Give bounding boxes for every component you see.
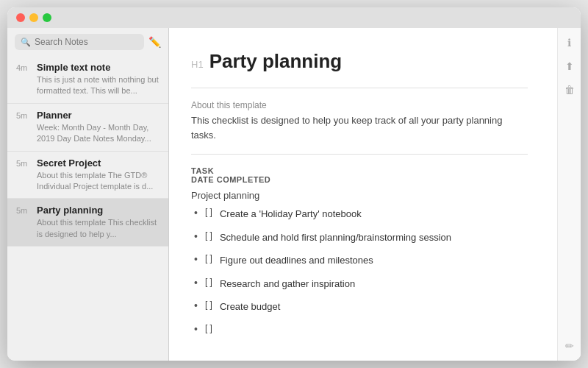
checklist-item: • [ ] Create budget [191,300,528,314]
checklist-item: • [ ] Figure out deadlines and milestone… [191,253,528,268]
content-area: H1 Party planning About this template Th… [169,28,581,361]
checklist-text: Research and gather inspiration [220,277,355,291]
divider-mid [191,154,528,155]
checkbox[interactable]: [ ] [205,277,212,287]
note-content-preview: Planner Week: Month Day - Month Day, 201… [37,110,159,145]
minimize-button[interactable] [29,13,38,22]
checkbox[interactable]: [ ] [205,253,212,263]
app-window: 🔍 ✏️ 4m Simple text note This is just a … [7,7,581,361]
note-item[interactable]: 4m Simple text note This is just a note … [7,56,168,104]
h1-label: H1 [191,59,204,70]
bullet: • [194,230,198,242]
note-preview: Week: Month Day - Month Day, 2019 Day Da… [37,122,159,145]
bullet: • [194,323,198,335]
sidebar: 🔍 ✏️ 4m Simple text note This is just a … [7,28,169,361]
bullet: • [194,300,198,311]
bullet: • [194,277,198,289]
title-bar [7,7,581,28]
search-input[interactable] [35,37,138,47]
note-title: Party planning [37,205,159,216]
note-content-preview: Simple text note This is just a note wit… [37,62,159,97]
bullet: • [194,207,198,219]
checklist-item: • [ ] [191,323,528,335]
checklist-text: Create budget [220,300,280,314]
compose-icon[interactable]: ✏️ [148,36,161,48]
date-completed-label: DATE COMPLETED [191,175,528,184]
note-item[interactable]: 5m Party planning About this template Th… [7,199,168,247]
note-preview: About this template The GTD® Individual … [37,170,159,193]
search-input-wrap[interactable]: 🔍 [15,34,144,50]
note-title: Simple text note [37,62,159,73]
checkbox[interactable]: [ ] [205,230,212,241]
checklist: • [ ] Create a 'Holiday Party' notebook … [191,207,528,335]
trash-icon[interactable]: 🗑 [564,84,575,96]
note-title: Secret Project [37,158,159,169]
bullet: • [194,253,198,265]
note-time: 5m [16,205,31,215]
checklist-item: • [ ] Schedule and hold first planning/b… [191,230,528,245]
note-editor: H1 Party planning About this template Th… [169,28,557,361]
checkbox[interactable]: [ ] [205,300,212,310]
checklist-item: • [ ] Research and gather inspiration [191,277,528,291]
checkbox[interactable]: [ ] [205,323,212,333]
info-icon[interactable]: ℹ [567,37,571,49]
pen-icon[interactable]: ✏ [565,340,574,352]
checklist-text: Create a 'Holiday Party' notebook [220,207,362,222]
checklist-item: • [ ] Create a 'Holiday Party' notebook [191,207,528,222]
note-time: 5m [16,158,31,168]
note-content-preview: Party planning About this template This … [37,205,159,240]
divider-top [191,88,528,88]
notes-list: 4m Simple text note This is just a note … [7,56,168,361]
search-icon: 🔍 [21,38,31,47]
note-time: 5m [16,110,31,120]
about-label: About this template [191,100,528,110]
about-text: This checklist is designed to help you k… [191,113,528,142]
note-item[interactable]: 5m Planner Week: Month Day - Month Day, … [7,104,168,152]
note-content-preview: Secret Project About this template The G… [37,158,159,193]
traffic-lights [16,13,51,22]
maximize-button[interactable] [43,13,51,22]
note-time: 4m [16,62,31,72]
right-toolbar: ℹ ⬆ 🗑 ✏ [557,28,581,361]
checklist-text: Figure out deadlines and milestones [220,253,373,268]
note-heading: H1 Party planning [191,50,528,73]
share-icon[interactable]: ⬆ [565,60,574,72]
task-header: TASK DATE COMPLETED [191,166,528,184]
project-planning-label: Project planning [191,190,528,201]
checklist-text: Schedule and hold first planning/brainst… [220,230,451,245]
note-preview: This is just a note with nothing but for… [37,74,159,97]
search-bar: 🔍 ✏️ [7,28,168,56]
note-item[interactable]: 5m Secret Project About this template Th… [7,152,168,199]
task-label: TASK [191,166,528,175]
note-title: Planner [37,110,159,121]
checkbox[interactable]: [ ] [205,207,212,217]
about-section: About this template This checklist is de… [191,100,528,142]
close-button[interactable] [16,13,25,22]
note-preview: About this template This checklist is de… [37,217,159,240]
note-title-text: Party planning [209,50,343,73]
main-layout: 🔍 ✏️ 4m Simple text note This is just a … [7,28,581,361]
